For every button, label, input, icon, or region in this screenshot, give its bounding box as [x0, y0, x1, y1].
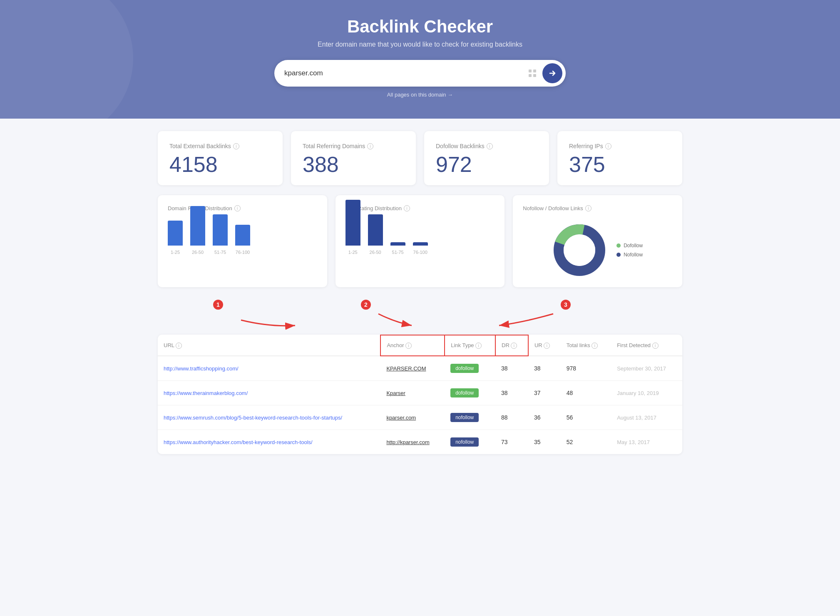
stat-label-dofollow: Dofollow Backlinks i	[436, 143, 537, 149]
donut-container: Dofollow Nofollow	[523, 219, 672, 277]
stat-card-domains: Total Referring Domains i 388	[291, 131, 416, 185]
url-bar-chart: 1-25 26-50 51-75 76-100	[345, 219, 495, 265]
bar-group-1-25: 1-25	[168, 221, 183, 255]
legend-dofollow: Dofollow	[616, 243, 643, 248]
url-bar-76-100	[413, 242, 428, 246]
td-ur-4: 35	[528, 430, 561, 455]
table-body: http://www.trafficshopping.com/ KPARSER.…	[158, 356, 682, 454]
page-title: Backlink Checker	[8, 17, 832, 37]
url-bar-label-26-50: 26-50	[370, 250, 381, 255]
info-icon-dr-col[interactable]: i	[511, 343, 517, 349]
info-icon-linktype-col[interactable]: i	[475, 343, 482, 349]
url-link-1[interactable]: http://www.trafficshopping.com/	[164, 365, 239, 372]
table-row: https://www.semrush.com/blog/5-best-keyw…	[158, 405, 682, 430]
td-linktype-3: nofollow	[445, 405, 495, 430]
anchor-text-2: Kparser	[386, 390, 405, 396]
url-bar-26-50	[368, 214, 383, 246]
table-wrapper: URL i Anchor i Link Type i DR	[158, 335, 682, 454]
info-icon-domains[interactable]: i	[367, 143, 373, 149]
url-link-3[interactable]: https://www.semrush.com/blog/5-best-keyw…	[164, 415, 342, 421]
annotation-arrows-svg: 1 2 3	[158, 297, 682, 335]
search-button[interactable]	[542, 63, 562, 83]
legend-dot-dofollow	[616, 243, 621, 248]
td-links-4: 52	[561, 430, 611, 455]
donut-legend: Dofollow Nofollow	[616, 243, 643, 258]
td-url-1: http://www.trafficshopping.com/	[158, 356, 380, 381]
stat-value-backlinks: 4158	[169, 154, 271, 175]
info-icon-dofollow[interactable]: i	[487, 143, 493, 149]
svg-rect-0	[529, 70, 532, 72]
search-input[interactable]	[284, 69, 525, 77]
td-ur-3: 36	[528, 405, 561, 430]
url-bar-group-51-75: 51-75	[390, 242, 405, 255]
badge-dofollow-2: dofollow	[450, 388, 479, 397]
info-icon-nofollow-chart[interactable]: i	[585, 205, 591, 211]
badge-nofollow-3: nofollow	[450, 413, 479, 422]
stat-label-domains: Total Referring Domains i	[303, 143, 404, 149]
bar-26-50	[190, 206, 205, 246]
td-anchor-3: kparser.com	[380, 405, 445, 430]
page-subtitle: Enter domain name that you would like to…	[8, 41, 832, 48]
td-linktype-4: nofollow	[445, 430, 495, 455]
svg-rect-3	[533, 74, 536, 77]
table-row: https://www.authorityhacker.com/best-key…	[158, 430, 682, 455]
td-links-2: 48	[561, 381, 611, 405]
table-row: http://www.trafficshopping.com/ KPARSER.…	[158, 356, 682, 381]
anchor-text-1: KPARSER.COM	[386, 365, 426, 372]
td-ur-2: 37	[528, 381, 561, 405]
bar-group-76-100: 76-100	[235, 225, 250, 255]
anchor-text-3: kparser.com	[386, 415, 416, 421]
chart-nofollow-dofollow: Nofollow / Dofollow Links i Dofollow	[513, 195, 682, 287]
bar-group-26-50: 26-50	[190, 206, 205, 255]
td-date-3: August 13, 2017	[611, 405, 682, 430]
th-dr: DR i	[495, 335, 528, 356]
url-bar-label-1-25: 1-25	[348, 250, 358, 255]
url-link-4[interactable]: https://www.authorityhacker.com/best-key…	[164, 439, 313, 445]
stat-card-dofollow: Dofollow Backlinks i 972	[424, 131, 549, 185]
info-icon-anchor-col[interactable]: i	[405, 343, 412, 349]
td-dr-4: 73	[495, 430, 528, 455]
search-hint[interactable]: All pages on this domain →	[8, 92, 832, 98]
bar-1-25	[168, 221, 183, 246]
bar-76-100	[235, 225, 250, 246]
info-icon-ips[interactable]: i	[605, 143, 611, 149]
bar-label-51-75: 51-75	[214, 250, 226, 255]
th-total-links: Total links i	[561, 335, 611, 356]
grid-icon	[525, 66, 540, 81]
bar-group-51-75: 51-75	[213, 214, 228, 255]
td-ur-1: 38	[528, 356, 561, 381]
url-bar-1-25	[345, 200, 360, 246]
info-icon-ur-col[interactable]: i	[544, 343, 550, 349]
info-icon-domain-chart[interactable]: i	[234, 205, 241, 211]
url-bar-51-75	[390, 242, 405, 246]
stat-value-domains: 388	[303, 154, 404, 175]
table-row: https://www.therainmakerblog.com/ Kparse…	[158, 381, 682, 405]
backlinks-table: URL i Anchor i Link Type i DR	[158, 335, 682, 454]
url-bar-group-76-100: 76-100	[413, 242, 428, 255]
info-icon-url-col[interactable]: i	[176, 343, 182, 349]
annotation-area: 1 2 3	[158, 297, 682, 335]
stat-value-ips: 375	[569, 154, 671, 175]
th-link-type: Link Type i	[445, 335, 495, 356]
th-ur: UR i	[528, 335, 561, 356]
chart-title-url: URL Rating Distribution i	[345, 205, 495, 211]
td-date-2: January 10, 2019	[611, 381, 682, 405]
url-bar-label-51-75: 51-75	[392, 250, 404, 255]
header-section: Backlink Checker Enter domain name that …	[0, 0, 840, 119]
donut-chart-svg	[552, 223, 606, 277]
info-icon-links-col[interactable]: i	[591, 343, 598, 349]
url-link-2[interactable]: https://www.therainmakerblog.com/	[164, 390, 248, 396]
info-icon-url-chart[interactable]: i	[404, 205, 410, 211]
info-icon-detected-col[interactable]: i	[652, 343, 659, 349]
td-url-3: https://www.semrush.com/blog/5-best-keyw…	[158, 405, 380, 430]
td-url-4: https://www.authorityhacker.com/best-key…	[158, 430, 380, 455]
legend-nofollow: Nofollow	[616, 252, 643, 258]
chart-title-nofollow: Nofollow / Dofollow Links i	[523, 205, 672, 211]
td-dr-1: 38	[495, 356, 528, 381]
info-icon-backlinks[interactable]: i	[233, 143, 239, 149]
td-url-2: https://www.therainmakerblog.com/	[158, 381, 380, 405]
table-header: URL i Anchor i Link Type i DR	[158, 335, 682, 356]
svg-rect-2	[529, 74, 532, 77]
td-anchor-2: Kparser	[380, 381, 445, 405]
stat-label-ips: Referring IPs i	[569, 143, 671, 149]
